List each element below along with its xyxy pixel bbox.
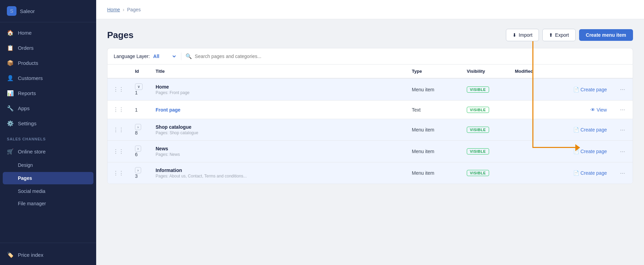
drag-handle-cell: ⋮⋮ [108, 78, 129, 101]
row-type: Menu item [412, 87, 434, 92]
row-action-link[interactable]: 📄 Create page [573, 87, 607, 92]
row-action-cell: 📄 Create page [557, 162, 612, 184]
row-more-cell: ··· [612, 101, 633, 119]
expand-button[interactable]: › [135, 167, 141, 173]
visibility-badge: VISIBLE [467, 87, 489, 93]
sidebar-item-reports-label: Reports [18, 90, 36, 96]
sidebar-item-home[interactable]: 🏠 Home [0, 25, 96, 40]
row-title-cell: HomePages: Front page [150, 78, 406, 101]
sidebar-item-products[interactable]: 📦 Products [0, 55, 96, 70]
row-id: 1 [135, 90, 138, 95]
main-content: Home › Pages Pages ⬇ Import ⬆ Export Cre… [96, 0, 644, 265]
sidebar-item-orders-label: Orders [18, 45, 34, 51]
row-type: Text [412, 107, 421, 113]
sidebar-item-online-store[interactable]: 🛒 Online store [0, 144, 96, 159]
sidebar-item-orders[interactable]: 📋 Orders [0, 40, 96, 55]
col-id: Id [129, 65, 150, 78]
expand-button[interactable]: › [135, 124, 141, 130]
row-action-link[interactable]: 👁 View [590, 107, 607, 113]
row-action-cell: 📄 Create page [557, 141, 612, 162]
page-title: Pages [107, 30, 134, 41]
row-title-link[interactable]: Front page [156, 107, 401, 113]
language-label: Language Layer: [114, 54, 150, 59]
sidebar-subitem-file-manager[interactable]: File manager [0, 197, 96, 210]
search-icon: 🔍 [185, 53, 192, 59]
create-menu-item-button[interactable]: Create menu item [579, 29, 633, 41]
more-button[interactable]: ··· [618, 169, 627, 177]
sidebar-item-products-label: Products [18, 60, 38, 66]
page-content: Pages ⬇ Import ⬆ Export Create menu item [96, 19, 644, 265]
col-visibility: Visibility [461, 65, 509, 78]
row-visibility-cell: VISIBLE [461, 119, 509, 141]
more-button[interactable]: ··· [618, 126, 627, 134]
filter-bar: Language Layer: All English German 🔍 [107, 48, 633, 64]
customers-icon: 👤 [7, 74, 14, 81]
table: Id Title Type Visibility Modified ⋮⋮∨ 1H… [108, 65, 633, 184]
sidebar-item-price-index-label: Price index [18, 252, 43, 258]
expand-button[interactable]: › [135, 146, 141, 152]
import-label: Import [519, 32, 532, 38]
more-button[interactable]: ··· [618, 85, 627, 94]
sidebar-item-settings[interactable]: ⚙️ Settings [0, 116, 96, 131]
row-action-link[interactable]: 📄 Create page [573, 127, 607, 132]
drag-handle-cell: ⋮⋮ [108, 162, 129, 184]
sidebar-subitem-pages[interactable]: Pages [3, 172, 93, 184]
row-type-cell: Menu item [406, 141, 461, 162]
row-subtitle: Pages: Front page [156, 90, 401, 95]
row-id: 8 [135, 130, 138, 136]
drag-handle-cell: ⋮⋮ [108, 101, 129, 119]
sidebar-item-price-index[interactable]: 🏷️ Price index [0, 247, 96, 262]
sidebar-subitem-pages-label: Pages [18, 175, 32, 181]
row-action-link[interactable]: 📄 Create page [573, 170, 607, 176]
more-button[interactable]: ··· [618, 147, 627, 156]
row-type: Menu item [412, 170, 434, 176]
more-button[interactable]: ··· [618, 105, 627, 114]
visibility-badge: VISIBLE [467, 107, 489, 113]
table-row: ⋮⋮∨ 1HomePages: Front pageMenu itemVISIB… [108, 78, 633, 101]
row-visibility-cell: VISIBLE [461, 101, 509, 119]
drag-handle[interactable]: ⋮⋮ [113, 107, 124, 113]
table-row: ⋮⋮1Front pageTextVISIBLE👁 View··· [108, 101, 633, 119]
import-button[interactable]: ⬇ Import [506, 29, 539, 41]
sidebar-item-customers[interactable]: 👤 Customers [0, 70, 96, 85]
sidebar-item-settings-label: Settings [18, 120, 36, 126]
drag-handle[interactable]: ⋮⋮ [113, 149, 124, 154]
language-select-wrap: Language Layer: All English German [114, 53, 177, 59]
row-title: Information [156, 168, 401, 173]
sidebar-subitem-design[interactable]: Design [0, 159, 96, 171]
visibility-badge: VISIBLE [467, 127, 489, 133]
pages-table: Id Title Type Visibility Modified ⋮⋮∨ 1H… [107, 64, 633, 184]
import-icon: ⬇ [512, 32, 517, 38]
sidebar-item-customers-label: Customers [18, 75, 43, 81]
row-more-cell: ··· [612, 78, 633, 101]
drag-handle[interactable]: ⋮⋮ [113, 127, 124, 133]
col-type: Type [406, 65, 461, 78]
sidebar-bottom: 🏷️ Price index [0, 243, 96, 265]
table-row: ⋮⋮› 3InformationPages: About us, Contact… [108, 162, 633, 184]
sidebar-item-apps[interactable]: 🔧 Apps [0, 101, 96, 116]
row-title-cell: Shop cataloguePages: Shop catalogue [150, 119, 406, 141]
breadcrumb-home[interactable]: Home [107, 7, 120, 12]
annotation-vertical-line [532, 41, 533, 148]
sidebar-item-home-label: Home [18, 30, 32, 36]
export-button[interactable]: ⬆ Export [542, 29, 575, 41]
sidebar-subitem-file-manager-label: File manager [18, 201, 46, 206]
drag-handle[interactable]: ⋮⋮ [113, 87, 124, 92]
settings-icon: ⚙️ [7, 120, 14, 127]
search-input[interactable] [195, 54, 626, 59]
expand-button[interactable]: ∨ [135, 83, 143, 90]
row-visibility-cell: VISIBLE [461, 141, 509, 162]
topbar: Home › Pages [96, 0, 644, 19]
sales-channels-title: SALES CHANNELS [0, 131, 96, 144]
row-id: 3 [135, 173, 138, 179]
row-visibility-cell: VISIBLE [461, 78, 509, 101]
language-select[interactable]: All English German [152, 53, 177, 59]
row-title: News [156, 146, 401, 151]
filter-divider [181, 53, 181, 60]
annotation-horizontal-line [532, 147, 579, 148]
sidebar-subitem-social-media[interactable]: Social media [0, 185, 96, 197]
row-type-cell: Text [406, 101, 461, 119]
sidebar-item-reports[interactable]: 📊 Reports [0, 85, 96, 101]
sidebar-item-apps-label: Apps [18, 105, 30, 111]
drag-handle[interactable]: ⋮⋮ [113, 170, 124, 176]
